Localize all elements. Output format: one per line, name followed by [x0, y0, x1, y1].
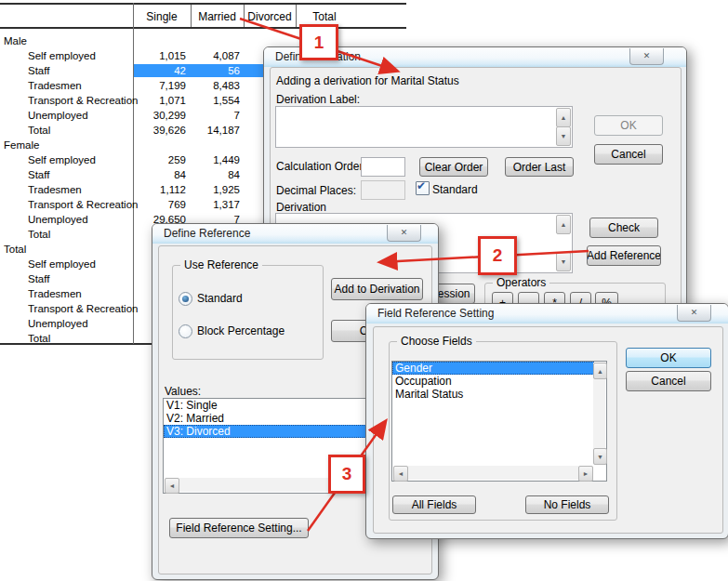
close-icon: ✕	[401, 228, 408, 237]
cell-single: 7,199	[135, 78, 186, 93]
column-header-total: Total	[296, 8, 353, 25]
cell-single: 1,015	[135, 48, 186, 63]
vertical-scrollbar[interactable]: ▲ ▼	[593, 363, 605, 465]
field-reference-setting-dialog: Field Reference Setting ✕ Choose Fields …	[365, 303, 728, 539]
derivation-intro-text: Adding a derivation for Marital Status	[276, 74, 459, 87]
no-fields-button[interactable]: No Fields	[525, 495, 609, 514]
column-header-divorced: Divorced	[244, 8, 296, 25]
cell-single: 84	[135, 167, 186, 182]
fields-listbox[interactable]: Gender Occupation Marital Status ▲ ▼ ◄ ►	[391, 361, 607, 482]
cell-married: 1,554	[189, 93, 240, 108]
ok-button[interactable]: OK	[594, 115, 663, 136]
cell-married: 1,449	[189, 152, 240, 167]
cell-single: 1,112	[135, 182, 186, 197]
scroll-right-icon[interactable]: ►	[578, 466, 593, 482]
scroll-down-icon[interactable]: ▼	[556, 126, 571, 146]
cell-married: 4,087	[189, 48, 240, 63]
cell-single: 259	[135, 152, 186, 167]
ok-button[interactable]: OK	[626, 348, 711, 368]
derivation-section-label: Derivation	[276, 201, 326, 214]
application-window: Single Married Divorced Total Male Self …	[0, 0, 728, 581]
field-reference-setting-titlebar[interactable]: Field Reference Setting	[366, 304, 728, 324]
horizontal-scrollbar[interactable]: ◄ ►	[393, 466, 593, 480]
cell-married: 84	[189, 167, 240, 182]
field-reference-setting-button[interactable]: Field Reference Setting...	[169, 518, 309, 538]
scroll-down-icon[interactable]: ▼	[556, 252, 571, 271]
calculation-order-label: Calculation Order:	[276, 160, 366, 173]
check-button[interactable]: Check	[589, 218, 658, 238]
standard-radio-label: Standard	[197, 292, 243, 305]
scroll-up-icon[interactable]: ▲	[556, 108, 571, 127]
list-item-selected[interactable]: Gender	[392, 362, 594, 375]
standard-checkbox-label: Standard	[432, 183, 478, 196]
cancel-button[interactable]: Cancel	[626, 371, 711, 391]
cell-married: 8,483	[189, 78, 240, 93]
close-button[interactable]: ✕	[677, 305, 711, 322]
column-header-married: Married	[191, 8, 244, 25]
cell-single: 42	[135, 63, 186, 78]
decimal-places-label: Decimal Places:	[276, 184, 356, 197]
choose-fields-group-label: Choose Fields	[397, 335, 476, 348]
block-percentage-radio[interactable]	[179, 324, 192, 338]
cell-single: 1,071	[135, 93, 186, 108]
callout-1-box: 1	[299, 24, 338, 60]
close-icon: ✕	[691, 308, 698, 317]
column-header-single: Single	[133, 8, 191, 25]
cell-married: 1,925	[189, 182, 240, 197]
standard-radio[interactable]	[179, 292, 192, 306]
callout-2-box: 2	[478, 236, 517, 275]
derivation-label-input[interactable]: ▲ ▼	[275, 106, 573, 148]
add-reference-button[interactable]: Add Reference	[587, 245, 661, 266]
table-top-rule	[0, 3, 406, 5]
scroll-up-icon[interactable]: ▲	[593, 363, 607, 379]
close-icon: ✕	[643, 51, 651, 60]
scroll-down-icon[interactable]: ▼	[593, 448, 607, 465]
scroll-up-icon[interactable]: ▲	[556, 215, 571, 234]
close-button[interactable]: ✕	[629, 48, 664, 65]
list-item[interactable]: Occupation	[392, 375, 606, 388]
use-reference-group: Use Reference Standard Block Percentage	[172, 265, 324, 360]
cell-married: 1,317	[189, 197, 240, 212]
derivation-label-caption: Derivation Label:	[276, 93, 360, 106]
standard-checkbox[interactable]: ✔	[416, 181, 430, 195]
operators-group-label: Operators	[493, 276, 549, 289]
cell-married: 14,187	[189, 123, 240, 138]
cancel-button[interactable]: Cancel	[594, 144, 663, 165]
check-icon: ✔	[417, 179, 426, 192]
values-label: Values:	[165, 385, 201, 398]
close-button[interactable]: ✕	[387, 225, 421, 242]
cell-single: 39,626	[135, 123, 186, 138]
scroll-left-icon[interactable]: ◄	[393, 466, 408, 482]
choose-fields-group: Choose Fields Gender Occupation Marital …	[389, 341, 617, 521]
use-reference-group-label: Use Reference	[180, 258, 262, 271]
all-fields-button[interactable]: All Fields	[392, 495, 476, 514]
scroll-left-icon[interactable]: ◄	[165, 478, 179, 494]
clear-order-button[interactable]: Clear Order	[419, 157, 488, 177]
order-last-button[interactable]: Order Last	[505, 157, 574, 177]
cell-married: 56	[189, 63, 240, 78]
decimal-places-input[interactable]	[361, 180, 405, 200]
cell-single: 30,299	[135, 108, 186, 123]
list-item[interactable]: Marital Status	[392, 388, 606, 401]
calculation-order-input[interactable]	[361, 157, 405, 177]
block-percentage-radio-label: Block Percentage	[197, 324, 285, 337]
add-to-derivation-button[interactable]: Add to Derivation	[331, 278, 423, 300]
cell-married: 7	[189, 108, 240, 123]
table-header-rule	[0, 27, 406, 29]
callout-3-box: 3	[328, 455, 365, 494]
dialog-title: Field Reference Setting	[377, 307, 494, 320]
cell-single: 769	[135, 197, 186, 212]
dialog-title: Define Reference	[164, 227, 250, 240]
